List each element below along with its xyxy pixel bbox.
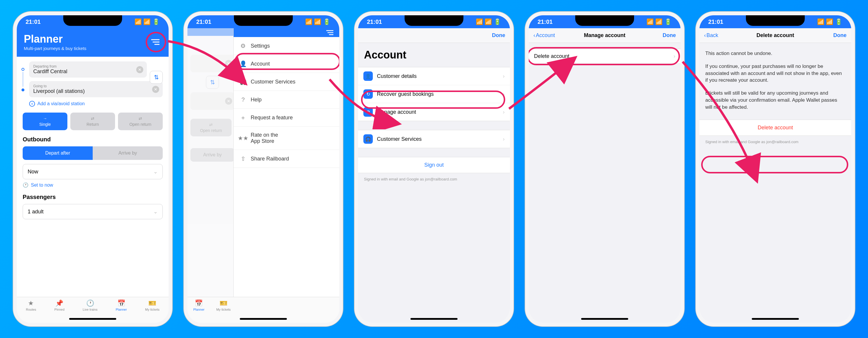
gear-icon: ⚙ [240,42,247,49]
clock-icon: 🕐 [23,182,29,188]
person-icon: 👤 [240,60,247,67]
chevron-right-icon: › [503,91,505,97]
delete-account-button[interactable]: Delete account [700,120,851,136]
tab-planner[interactable]: 📅Planner [116,300,127,311]
gear-icon: ⚙ [363,107,373,117]
help-icon: ? [240,96,247,103]
nav-title: Delete account [756,32,794,38]
open-return-pill[interactable]: ⇄Open return [118,112,163,130]
chevron-right-icon: › [503,136,505,142]
timeline-line [23,72,23,87]
phone-account: 21:01 📶 📶 🔋 Done Account 👤Customer detai… [354,12,514,326]
calendar-icon: 📅 [195,300,203,307]
tab-pinned[interactable]: 📌Pinned [55,300,64,311]
time-select[interactable]: Now ⌄ [23,164,163,179]
headset-icon: 🎧 [363,134,373,144]
warning-p1: This action cannot be undone. [700,50,851,63]
clear-to-button[interactable]: ✕ [152,86,159,93]
list-manage-account[interactable]: ⚙Manage account› [358,103,510,121]
from-field[interactable]: Departing from Cardiff Central ✕ [29,61,147,77]
back-button[interactable]: ‹Account [533,32,555,38]
home-indicator [69,318,116,320]
status-time: 21:01 [708,19,723,25]
outbound-heading: Outbound [23,136,163,143]
menu-icon[interactable] [326,30,333,35]
side-drawer: ⚙Settings 👤Account 🎧Customer Services ?H… [233,28,339,323]
return-pill[interactable]: ⇄Return [70,112,115,130]
tab-routes[interactable]: ★Routes [26,300,36,311]
phone-delete-account: 21:01 📶 📶 🔋 ‹Back Delete account Done Th… [696,12,855,326]
done-button[interactable]: Done [492,32,505,38]
phone-drawer: 21:01 📶 📶 🔋 ✕ ⇅ ✕ ⇄Open return Arrive by… [184,12,343,326]
add-via-link[interactable]: + Add a via/avoid station [29,101,163,107]
chevron-left-icon: ‹ [704,32,706,38]
clear-from-button[interactable]: ✕ [136,66,143,73]
swap-button[interactable]: ⇅ [150,71,163,84]
drawer-share[interactable]: ⇧Share Railboard [234,150,339,168]
list-customer-details[interactable]: 👤Customer details› [358,67,510,85]
list-recover-bookings[interactable]: ↻Recover guest bookings› [358,85,510,103]
done-button[interactable]: Done [833,32,846,38]
warning-p3: Etickets will still be valid for any upc… [700,90,851,116]
pin-icon: 📌 [55,300,63,307]
back-button[interactable]: ‹Back [704,32,718,38]
home-indicator [240,318,287,320]
from-value: Cardiff Central [33,68,143,75]
plus-icon: ＋ [240,114,247,121]
set-now-link[interactable]: 🕐 Set to now [23,182,163,188]
home-indicator [410,318,458,320]
to-value: Liverpool (all stations) [33,88,159,94]
notch [234,15,293,26]
menu-button[interactable] [148,35,163,49]
chevron-down-icon: ⌄ [153,168,158,175]
status-icons: 📶 📶 🔋 [134,18,160,25]
drawer-help[interactable]: ?Help [234,91,339,109]
arrive-by-toggle[interactable]: Arrive by [93,146,163,160]
drawer-request-feature[interactable]: ＋Request a feature [234,109,339,127]
headset-icon: 🎧 [240,78,247,85]
tab-planner[interactable]: 📅Planner [193,300,205,311]
dest-dot-icon [22,89,24,92]
done-button[interactable]: Done [662,32,676,38]
chevron-left-icon: ‹ [533,32,535,38]
arrows-icon: ⇄ [91,116,94,121]
tab-tickets[interactable]: 🎫My tickets [145,300,159,311]
drawer-rate[interactable]: ★★Rate on the App Store [234,127,339,150]
signin-footer: Signed in with email and Google as jon@r… [358,173,510,185]
nav-bar: ‹Account Manage account Done [529,28,681,43]
list-customer-services[interactable]: 🎧Customer Services› [358,130,510,148]
status-time: 21:01 [537,19,553,25]
origin-dot-icon [22,68,24,71]
arrow-right-icon: → [43,116,47,121]
share-icon: ⇧ [240,155,247,162]
calendar-icon: 📅 [117,300,125,307]
tab-live[interactable]: 🕐Live trains [83,300,97,311]
recover-icon: ↻ [363,89,373,99]
chevron-right-icon: › [503,109,505,115]
status-time: 21:01 [26,19,41,25]
status-time: 21:01 [367,19,382,25]
drawer-settings[interactable]: ⚙Settings [234,37,339,55]
nav-title: Manage account [584,32,625,38]
to-field[interactable]: Going to Liverpool (all stations) ✕ [29,81,163,97]
page-title: Planner [24,33,161,45]
drawer-customer-services[interactable]: 🎧Customer Services [234,73,339,91]
phone-planner: 21:01 📶 📶 🔋 Planner Multi-part journeys … [13,12,172,326]
ticket-icon: 🎫 [219,300,227,307]
depart-after-toggle[interactable]: Depart after [23,146,93,160]
single-pill[interactable]: →Single [23,112,67,130]
clock-icon: 🕐 [86,300,94,307]
stars-icon: ★★ [240,135,247,142]
status-icons: 📶 📶 🔋 [305,18,331,25]
menu-icon [151,39,159,45]
tab-tickets[interactable]: 🎫My tickets [216,300,231,311]
list-delete-account[interactable]: Delete account› [529,49,681,64]
signin-footer: Signed in with email and Google as jon@r… [700,136,851,148]
drawer-account[interactable]: 👤Account [234,55,339,73]
page-title: Account [358,43,510,67]
phone-manage-account: 21:01 📶 📶 🔋 ‹Account Manage account Done… [525,12,684,326]
passengers-select[interactable]: 1 adult ⌄ [23,204,163,219]
nav-bar: Done [358,28,510,43]
status-time: 21:01 [196,19,211,25]
sign-out-button[interactable]: Sign out [358,157,510,173]
